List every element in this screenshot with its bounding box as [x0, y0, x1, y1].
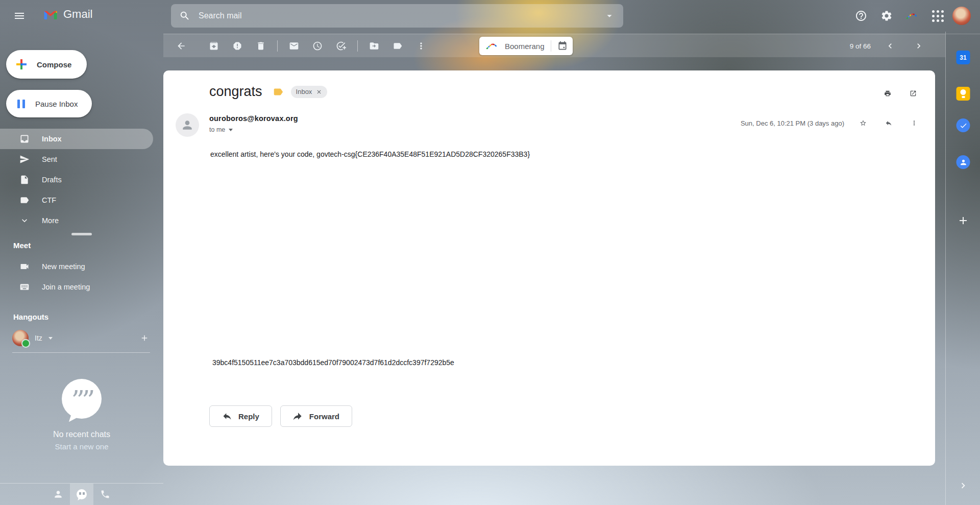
- sidebar-item-more[interactable]: More: [0, 210, 153, 231]
- tasks-icon: [957, 118, 970, 132]
- add-to-tasks-button[interactable]: [329, 34, 353, 58]
- plus-icon: [957, 214, 969, 227]
- sidebar-item-ctf[interactable]: CTF: [0, 190, 153, 210]
- hangouts-bubble-icon: [77, 489, 87, 499]
- search-icon[interactable]: [179, 10, 190, 21]
- hangouts-empty-state: No recent chats Start a new one: [0, 379, 163, 451]
- star-outline-icon: [860, 117, 867, 129]
- hangouts-contacts-tab[interactable]: [46, 484, 70, 505]
- reply-icon-button[interactable]: [882, 116, 895, 130]
- forward-button[interactable]: Forward: [280, 405, 352, 427]
- boomerang-calendar-icon[interactable]: [557, 41, 568, 51]
- message-more-button[interactable]: [908, 116, 921, 130]
- add-to-tasks-icon: [336, 41, 346, 51]
- pause-icon: [17, 100, 25, 108]
- keyboard-icon: [19, 282, 30, 292]
- calendar-panel-button[interactable]: 31: [957, 51, 970, 64]
- report-spam-icon: [232, 41, 242, 51]
- labels-button[interactable]: [386, 34, 409, 58]
- label-icon: [393, 41, 403, 51]
- chevron-down-icon: [19, 215, 30, 226]
- star-button[interactable]: [856, 116, 870, 130]
- show-details-chevron-icon[interactable]: [229, 129, 233, 131]
- compose-label: Compose: [37, 60, 71, 69]
- boomerang-icon: [485, 42, 499, 50]
- support-button[interactable]: [848, 3, 874, 29]
- get-addons-button[interactable]: [957, 214, 969, 227]
- recipient-label: to me: [209, 126, 225, 133]
- snooze-button[interactable]: [306, 34, 329, 58]
- search-options-chevron-icon[interactable]: [604, 10, 615, 21]
- boomerang-button[interactable]: Boomerang: [479, 37, 573, 55]
- inbox-icon: [19, 134, 30, 144]
- chevron-right-icon: [958, 480, 969, 491]
- email-hash-text: 39bc4f5150511ee7c3a703bdd615ed70f7900247…: [212, 358, 454, 367]
- gmail-logo[interactable]: Gmail: [43, 7, 92, 22]
- print-button[interactable]: [881, 87, 894, 100]
- boomerang-label: Boomerang: [505, 42, 545, 51]
- compose-button[interactable]: Compose: [6, 50, 87, 79]
- hangouts-footer-tabs: [0, 483, 163, 505]
- sidebar-item-sent[interactable]: Sent: [0, 149, 153, 170]
- reply-arrow-icon: [222, 411, 232, 421]
- more-actions-button[interactable]: [409, 34, 433, 58]
- pagination-counter: 9 of 66: [850, 42, 871, 50]
- toolbar-divider: [277, 40, 278, 52]
- remove-label-close-icon[interactable]: [316, 89, 322, 95]
- mark-unread-button[interactable]: [282, 34, 306, 58]
- tasks-panel-button[interactable]: [957, 118, 970, 132]
- more-vert-icon: [416, 41, 426, 51]
- keep-panel-button[interactable]: [957, 87, 970, 101]
- new-meeting-item[interactable]: New meeting: [0, 256, 153, 277]
- hangouts-calls-tab[interactable]: [93, 484, 117, 505]
- archive-button[interactable]: [202, 34, 226, 58]
- compose-plus-icon: [15, 58, 28, 70]
- contacts-panel-button[interactable]: [957, 155, 970, 169]
- google-apps-button[interactable]: [925, 3, 950, 29]
- side-panel-rail: 31: [945, 32, 980, 505]
- main-menu-button[interactable]: [7, 4, 32, 28]
- sidebar-item-drafts[interactable]: Drafts: [0, 170, 153, 190]
- sidebar-item-inbox[interactable]: Inbox: [0, 129, 153, 149]
- boomerang-extension-button[interactable]: [899, 3, 925, 29]
- reply-button[interactable]: Reply: [209, 405, 272, 427]
- pagination: 9 of 66: [850, 34, 928, 58]
- email-date: Sun, Dec 6, 10:21 PM (3 days ago): [741, 119, 844, 127]
- topbar-actions: [848, 0, 975, 32]
- mail-toolbar: Boomerang 9 of 66: [163, 34, 945, 57]
- recipient-row[interactable]: to me: [209, 126, 298, 133]
- sidebar-resize-handle[interactable]: [71, 233, 92, 235]
- search-input[interactable]: [198, 11, 604, 21]
- older-email-button[interactable]: [910, 37, 928, 55]
- newer-email-button[interactable]: [881, 37, 899, 55]
- sidebar-item-label: Sent: [42, 155, 57, 163]
- new-conversation-button[interactable]: [137, 330, 152, 346]
- hangouts-start-new-link[interactable]: Start a new one: [0, 442, 163, 451]
- report-spam-button[interactable]: [226, 34, 249, 58]
- join-meeting-item[interactable]: Join a meeting: [0, 277, 153, 297]
- inbox-chip-label: Inbox: [296, 88, 312, 95]
- print-icon: [884, 88, 891, 99]
- hangouts-conversations-tab[interactable]: [70, 484, 93, 505]
- contacts-icon: [957, 155, 970, 169]
- open-in-new-window-button[interactable]: [906, 87, 920, 100]
- contact-status-chevron-icon[interactable]: [48, 337, 53, 340]
- hangouts-contact-row[interactable]: Itz: [12, 328, 152, 348]
- draft-icon: [19, 175, 30, 185]
- move-to-button[interactable]: [362, 34, 386, 58]
- inbox-label-chip[interactable]: Inbox: [291, 86, 328, 98]
- join-meeting-label: Join a meeting: [42, 283, 90, 291]
- delete-button[interactable]: [249, 34, 273, 58]
- pause-inbox-button[interactable]: Pause Inbox: [6, 90, 92, 117]
- archive-icon: [209, 41, 219, 51]
- hangouts-logo-icon: [62, 379, 102, 419]
- account-avatar[interactable]: [952, 7, 971, 25]
- back-to-inbox-button[interactable]: [169, 34, 193, 58]
- settings-button[interactable]: [874, 3, 899, 29]
- hangouts-divider: [12, 352, 150, 353]
- collapse-side-panel-button[interactable]: [958, 480, 969, 491]
- search-bar[interactable]: [171, 4, 623, 28]
- pause-inbox-label: Pause Inbox: [35, 100, 78, 108]
- forward-label: Forward: [309, 412, 339, 421]
- sidebar-item-label: CTF: [42, 196, 56, 204]
